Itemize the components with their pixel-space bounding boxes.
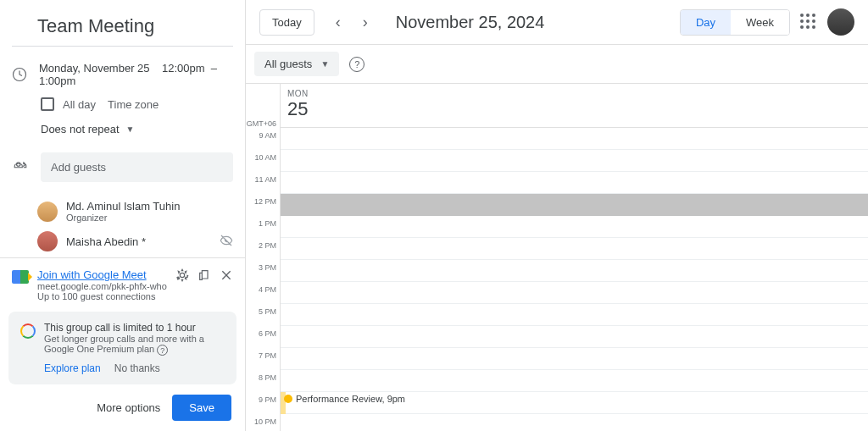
event-start[interactable]: 12:00pm — [162, 62, 205, 75]
topbar: Today ‹ › November 25, 2024 Day Week — [246, 0, 868, 45]
guest-item[interactable]: Maisha Abedin * — [12, 227, 233, 256]
view-week-button[interactable]: Week — [731, 10, 789, 35]
event-sidebar: Team Meeting Monday, November 25 12:00pm… — [0, 0, 246, 431]
timezone-link[interactable]: Time zone — [108, 98, 159, 111]
eye-off-icon — [220, 234, 233, 250]
all-guests-dropdown[interactable]: All guests ▼ — [254, 52, 339, 76]
next-arrow[interactable]: › — [353, 10, 377, 34]
close-icon[interactable] — [220, 268, 233, 285]
people-icon — [12, 152, 29, 174]
chevron-down-icon: ▼ — [126, 124, 135, 134]
existing-event[interactable]: Performance Review, 9pm — [284, 394, 405, 404]
profile-avatar[interactable] — [827, 8, 854, 36]
explore-plan-link[interactable]: Explore plan — [44, 362, 101, 374]
avatar — [37, 231, 58, 251]
help-icon[interactable]: ? — [349, 57, 364, 72]
no-thanks-link[interactable]: No thanks — [114, 362, 160, 374]
view-toggle: Day Week — [680, 9, 790, 36]
more-options-button[interactable]: More options — [97, 401, 160, 414]
meet-section: Join with Google Meet meet.google.com/pk… — [0, 257, 245, 312]
add-guests-input[interactable]: Add guests — [41, 152, 233, 182]
gear-icon[interactable] — [175, 268, 189, 285]
avatar — [37, 202, 58, 222]
join-meet-link[interactable]: Join with Google Meet — [37, 268, 167, 281]
event-end[interactable]: 1:00pm — [39, 75, 75, 87]
allday-label: All day — [63, 98, 96, 111]
time-row[interactable]: Monday, November 25 12:00pm – 1:00pm — [12, 57, 233, 92]
google-meet-icon — [12, 270, 29, 284]
current-date-title: November 25, 2024 — [396, 13, 545, 32]
apps-icon[interactable] — [800, 14, 817, 30]
repeat-dropdown[interactable]: Does not repeat ▼ — [12, 116, 233, 147]
clock-icon — [12, 67, 27, 82]
guest-item[interactable]: Md. Aminul Islam Tuhin Organizer — [12, 196, 233, 227]
meet-url: meet.google.com/pkk-phfx-who — [37, 281, 167, 291]
new-event-slot[interactable] — [281, 194, 868, 216]
chevron-down-icon: ▼ — [320, 59, 329, 69]
save-button[interactable]: Save — [172, 395, 231, 421]
prev-arrow[interactable]: ‹ — [326, 10, 350, 34]
allday-checkbox[interactable] — [41, 97, 54, 111]
meet-limit: Up to 100 guest connections — [37, 291, 167, 301]
day-column[interactable]: MON 25 Performanc — [280, 84, 868, 431]
event-dot-icon — [284, 395, 292, 403]
calendar-grid: GMT+06 9 AM 10 AM 11 AM 12 PM 1 PM 2 PM … — [246, 84, 868, 431]
day-header: MON 25 — [281, 84, 868, 128]
today-button[interactable]: Today — [259, 9, 314, 36]
upsell-banner: This group call is limited to 1 hour Get… — [8, 312, 236, 384]
copy-icon[interactable] — [198, 268, 211, 285]
timezone-label: GMT+06 — [246, 84, 276, 131]
help-icon[interactable]: ? — [157, 345, 168, 356]
event-date[interactable]: Monday, November 25 — [39, 62, 150, 75]
time-column: GMT+06 9 AM 10 AM 11 AM 12 PM 1 PM 2 PM … — [246, 84, 280, 431]
calendar-main: Today ‹ › November 25, 2024 Day Week All… — [246, 0, 868, 431]
filter-bar: All guests ▼ ? — [246, 45, 868, 84]
view-day-button[interactable]: Day — [681, 10, 731, 35]
google-one-icon — [20, 323, 36, 339]
event-title-input[interactable]: Team Meeting — [12, 0, 233, 47]
